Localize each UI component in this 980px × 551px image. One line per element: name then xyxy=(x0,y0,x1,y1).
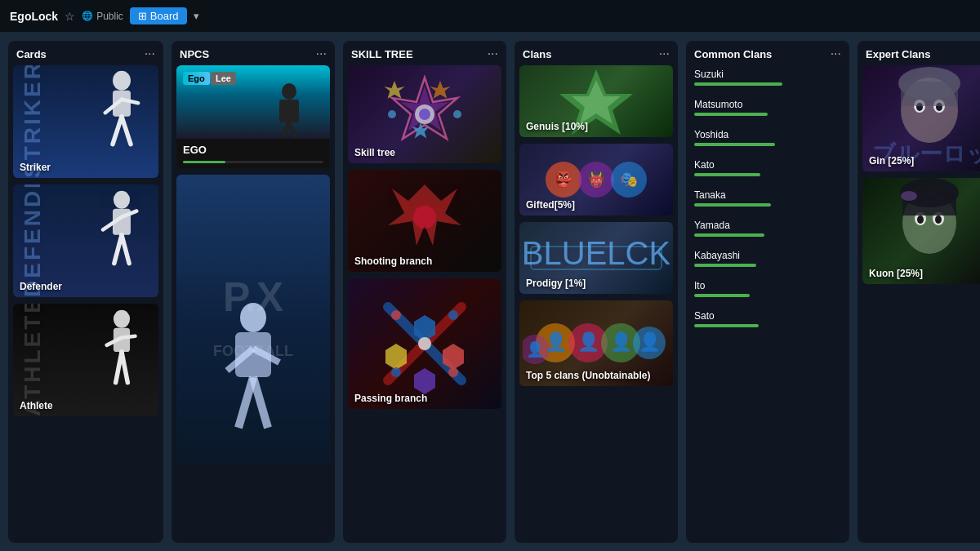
list-item[interactable]: Skill tree xyxy=(348,65,501,163)
svg-marker-33 xyxy=(430,81,450,99)
svg-text:👤: 👤 xyxy=(610,331,633,353)
list-item[interactable]: Kuon [25%] xyxy=(862,178,980,284)
pass-deco xyxy=(348,278,501,409)
svg-text:🎭: 🎭 xyxy=(620,171,639,189)
column-menu-cards[interactable]: ··· xyxy=(145,47,155,60)
svg-point-35 xyxy=(388,110,396,118)
striker-figure xyxy=(89,69,154,159)
svg-text:👤: 👤 xyxy=(639,331,662,353)
svg-text:BLUELCK: BLUELCK xyxy=(523,235,670,271)
app-title[interactable]: EgoLock xyxy=(10,10,58,23)
list-item[interactable]: Shooting branch xyxy=(348,170,501,272)
svg-point-39 xyxy=(413,206,436,229)
list-item[interactable]: Suzuki xyxy=(691,65,844,89)
list-item[interactable]: Athlete Athlete xyxy=(13,304,158,416)
clan-bar xyxy=(694,233,764,237)
column-common-clans: Common Clans ··· Suzuki Matsumoto Yoshid… xyxy=(686,41,849,543)
lee-chip: Lee xyxy=(211,72,236,85)
clan-bar xyxy=(694,264,756,267)
chevron-down-icon[interactable]: ▾ xyxy=(194,10,199,22)
athlete-label: Athlete xyxy=(20,400,53,411)
clan-name: Tanaka xyxy=(694,189,841,201)
list-item[interactable]: Yoshida xyxy=(691,126,844,149)
svg-point-82 xyxy=(917,216,924,224)
clan-bar xyxy=(694,143,775,146)
svg-point-86 xyxy=(901,191,917,201)
svg-line-2 xyxy=(113,117,122,144)
clan-bar-container: Yoshida xyxy=(694,129,841,146)
column-title-cards: Cards xyxy=(16,48,47,60)
list-item[interactable]: Sato xyxy=(691,307,844,331)
list-item[interactable]: Matsumoto xyxy=(691,96,844,119)
topbar: EgoLock ☆ 🌐 Public ⊞ Board ▾ xyxy=(0,0,980,33)
list-item[interactable]: 👺 👹 🎭 Gifted[5%] xyxy=(519,144,673,216)
column-expert-clans: Expert Clans ··· xyxy=(858,41,980,543)
board-button[interactable]: ⊞ Board xyxy=(130,7,187,24)
column-skill-tree: SKILL TREE ··· xyxy=(343,41,506,543)
list-item[interactable]: Ito xyxy=(691,277,844,300)
svg-point-31 xyxy=(419,109,430,120)
column-cards: Cards ··· Striker Striker Defender xyxy=(8,41,163,543)
column-body-skill: Skill tree Shooting branch xyxy=(343,65,506,543)
list-item[interactable]: Genuis [10%] xyxy=(519,65,673,137)
clan-bar-container: Matsumoto xyxy=(694,99,841,116)
svg-text:👹: 👹 xyxy=(587,171,606,189)
svg-line-24 xyxy=(238,377,253,428)
genuis-label: Genuis [10%] xyxy=(526,121,588,132)
column-header-common: Common Clans ··· xyxy=(686,41,849,65)
column-body-npcs: Ego Lee EGO xyxy=(172,65,335,543)
defender-figure xyxy=(89,189,154,278)
column-title-expert: Expert Clans xyxy=(866,48,930,60)
clan-bar-container: Suzuki xyxy=(694,69,841,86)
clan-bar-container: Ito xyxy=(694,280,841,297)
list-item[interactable]: ブルーロック Gin [25%] xyxy=(862,65,980,171)
svg-line-17 xyxy=(122,336,136,338)
clan-bar-container: Kabayashi xyxy=(694,250,841,267)
list-item[interactable]: Passing branch xyxy=(348,278,501,409)
column-body-expert: ブルーロック Gin [25%] xyxy=(858,65,980,543)
clan-name: Ito xyxy=(694,280,841,291)
column-menu-clans[interactable]: ··· xyxy=(659,47,670,60)
list-item[interactable]: 👤 👤 👤 👤 👤 Top 5 clans (Unobtainable) xyxy=(519,300,673,386)
ego-img: Ego Lee xyxy=(176,65,330,139)
svg-line-21 xyxy=(289,122,296,137)
list-item[interactable]: Tanaka xyxy=(691,186,844,210)
svg-text:👤: 👤 xyxy=(545,331,568,353)
clan-bar-container: Yamada xyxy=(694,220,841,237)
clan-bar xyxy=(694,113,768,116)
gifted-label: Gifted[5%] xyxy=(526,199,575,211)
list-item[interactable]: Defender Defender xyxy=(13,184,158,297)
list-item[interactable]: Kato xyxy=(691,156,844,180)
list-item[interactable]: Ego Lee EGO xyxy=(176,65,330,168)
svg-point-83 xyxy=(935,216,942,224)
list-item[interactable]: P.XFOOTBALL xyxy=(176,175,330,464)
svg-point-46 xyxy=(418,337,431,350)
ego-figure xyxy=(265,82,314,139)
svg-marker-32 xyxy=(384,81,404,99)
column-title-clans: Clans xyxy=(523,48,551,60)
shoot-label: Shooting branch xyxy=(354,256,432,267)
defender-label: Defender xyxy=(20,281,62,292)
svg-point-50 xyxy=(391,367,401,377)
column-menu-common[interactable]: ··· xyxy=(831,47,841,60)
clan-name: Matsumoto xyxy=(694,99,841,110)
clan-name: Kabayashi xyxy=(694,250,841,261)
ego-chip: Ego xyxy=(183,72,210,85)
svg-point-49 xyxy=(448,310,458,320)
clan-bar-container: Sato xyxy=(694,310,841,327)
list-item[interactable]: Yamada xyxy=(691,216,844,240)
svg-rect-19 xyxy=(279,100,299,122)
svg-point-36 xyxy=(453,110,461,118)
column-menu-npcs[interactable]: ··· xyxy=(316,47,327,60)
column-menu-skill[interactable]: ··· xyxy=(488,47,498,60)
clan-name: Yoshida xyxy=(694,129,841,140)
column-clans: Clans ··· Genuis [10%] xyxy=(514,41,678,543)
athlete-figure xyxy=(89,308,154,398)
star-icon[interactable]: ☆ xyxy=(65,10,75,23)
clan-name: Kato xyxy=(694,159,841,171)
list-item[interactable]: Striker Striker xyxy=(13,65,158,178)
pass-label: Passing branch xyxy=(354,393,427,404)
skill-tree-svg xyxy=(372,69,478,159)
list-item[interactable]: Kabayashi xyxy=(691,247,844,270)
list-item[interactable]: BLUELCK Prodigy [1%] xyxy=(519,222,673,294)
